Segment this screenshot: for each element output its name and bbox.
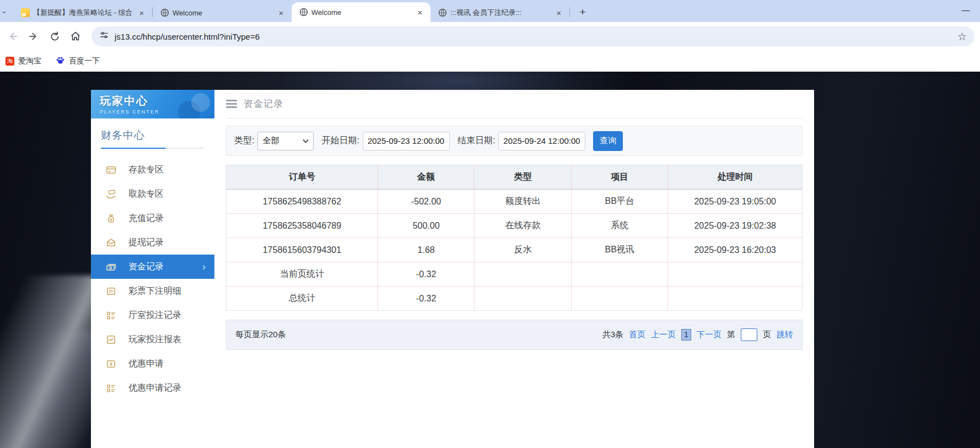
cell-amount: 1.68: [378, 238, 475, 262]
sidebar-item-funds-records[interactable]: 资金记录 ›: [91, 255, 214, 279]
sidebar-item-withdraw-zone[interactable]: 取款专区: [91, 182, 214, 206]
site-settings-icon[interactable]: [99, 30, 109, 42]
table-row: 1758615603794301 1.68 反水 BB视讯 2025-09-23…: [227, 238, 803, 262]
sidebar-item-player-bet-report[interactable]: 玩家投注报表: [91, 327, 214, 352]
tab-close-icon[interactable]: ×: [276, 8, 286, 18]
bookmark-star-icon[interactable]: ☆: [957, 30, 967, 43]
first-page-link[interactable]: 首页: [629, 330, 645, 340]
cell-order-no: 1758625498388762: [227, 190, 378, 214]
bookmarks-bar: 淘 爱淘宝 百度一下: [0, 51, 980, 72]
tab-close-icon[interactable]: ×: [554, 8, 564, 18]
sidebar-menu: 存款专区 取款专区 充值记录 提现记录 资金记录 ›: [91, 158, 214, 400]
tab-title: Welcome: [311, 8, 412, 17]
home-button[interactable]: [66, 27, 85, 46]
sidebar-item-promo-apply-records[interactable]: 优惠申请记录: [91, 376, 214, 400]
finance-center-heading: 财务中心: [101, 128, 204, 148]
search-button[interactable]: 查询: [593, 131, 623, 151]
back-button[interactable]: [3, 27, 22, 46]
cell-type: 在线存款: [475, 214, 572, 238]
sidebar: 玩家中心 PLAYERS CENTER 财务中心 存款专区 取款专区 充值记录: [91, 90, 214, 448]
bookmark-baidu[interactable]: 百度一下: [56, 56, 100, 67]
browser-tab-2[interactable]: Welcome ×: [153, 3, 292, 22]
sidebar-item-label: 取款专区: [128, 188, 164, 200]
start-date-input[interactable]: [363, 132, 450, 150]
page-title: 资金记录: [244, 98, 283, 110]
bookmark-label: 爱淘宝: [18, 56, 41, 66]
col-header-project: 项目: [571, 165, 668, 190]
cell-amount: 500.00: [378, 214, 475, 238]
section-underline: [101, 148, 204, 149]
cell-process-time: 2025-09-23 19:05:00: [668, 190, 803, 214]
cell-amount: -0.32: [378, 287, 475, 311]
end-date-label: 结束日期:: [457, 135, 495, 147]
col-header-type: 类型: [475, 165, 572, 190]
tab-title: Welcome: [173, 9, 273, 17]
jump-button[interactable]: 跳转: [777, 330, 793, 340]
cell-label: 总统计: [227, 287, 378, 311]
table-row-grand-total: 总统计 -0.32: [227, 287, 803, 311]
sidebar-item-withdrawal-records[interactable]: 提现记录: [91, 230, 214, 255]
next-page-link[interactable]: 下一页: [697, 330, 721, 340]
deposit-card-icon: [105, 164, 116, 175]
col-header-amount: 金额: [378, 165, 475, 190]
tab-close-icon[interactable]: ×: [137, 8, 147, 18]
window-edge-fragment: ⌄: [1, 7, 7, 15]
main-content: 资金记录 类型: 全部 开始日期: 结束日期: 查询 订单号: [214, 90, 814, 448]
type-label: 类型:: [234, 135, 254, 147]
page-header: 资金记录: [226, 90, 803, 118]
lottery-detail-icon: [105, 285, 116, 296]
table-row-page-total: 当前页统计 -0.32: [227, 262, 803, 287]
promo-record-list-icon: [105, 382, 116, 393]
type-select-value: 全部: [262, 136, 279, 146]
taobao-icon: 淘: [6, 57, 14, 66]
tab-close-icon[interactable]: ×: [415, 7, 425, 17]
sidebar-item-lottery-bet-details[interactable]: 彩票下注明细: [91, 279, 214, 303]
sidebar-item-label: 资金记录: [128, 261, 164, 273]
type-select[interactable]: 全部: [257, 132, 314, 150]
sidebar-item-label: 提现记录: [128, 237, 164, 249]
baidu-paw-icon: [56, 56, 65, 67]
cell-empty: [571, 287, 668, 311]
cell-order-no: 1758615603794301: [227, 238, 378, 262]
end-date-input[interactable]: [498, 132, 585, 150]
page-size-text: 每页显示20条: [235, 330, 286, 340]
url-text[interactable]: js13.cc/hhcp/usercenter.html?iniType=6: [115, 32, 957, 41]
sidebar-item-hall-bet-records[interactable]: 厅室投注记录: [91, 303, 214, 327]
cell-type: 反水: [475, 238, 572, 262]
tab-divider: [569, 7, 570, 17]
total-count-text: 共3条: [602, 330, 623, 340]
sidebar-item-label: 优惠申请记录: [128, 382, 181, 394]
start-date-label: 开始日期:: [321, 135, 359, 147]
cell-empty: [475, 262, 572, 287]
menu-hamburger-icon[interactable]: [226, 100, 237, 108]
jump-page-input[interactable]: [741, 328, 757, 341]
cell-project: BB平台: [571, 190, 668, 214]
funds-cash-icon: [105, 261, 116, 272]
browser-tab-4[interactable]: :::视讯 会员下注纪录::: ×: [430, 3, 569, 22]
sidebar-item-label: 厅室投注记录: [128, 310, 181, 321]
sidebar-item-promo-apply[interactable]: 优惠申请: [91, 352, 214, 376]
globe-favicon-icon: [299, 8, 308, 17]
cell-project: BB视讯: [571, 238, 668, 262]
money-bag-icon: [105, 213, 116, 224]
sidebar-item-recharge-records[interactable]: 充值记录: [91, 206, 214, 230]
sidebar-item-label: 彩票下注明细: [128, 285, 181, 297]
address-bar[interactable]: js13.cc/hhcp/usercenter.html?iniType=6 ☆: [91, 26, 974, 46]
browser-tab-1[interactable]: 【新提醒】海燕策略论坛 - 综合 ×: [13, 3, 152, 22]
cell-empty: [475, 287, 572, 311]
chevron-right-icon: ›: [202, 261, 206, 273]
new-tab-button[interactable]: +: [575, 5, 590, 19]
cell-amount: -502.00: [378, 190, 475, 214]
window-minimize-button[interactable]: —: [961, 6, 970, 14]
prev-page-link[interactable]: 上一页: [651, 330, 676, 340]
globe-favicon-icon: [160, 8, 169, 17]
bet-report-chart-icon: [105, 334, 116, 345]
reload-button[interactable]: [45, 27, 64, 46]
forward-button[interactable]: [24, 27, 43, 46]
jump-prefix-label: 第: [727, 330, 735, 340]
bookmark-label: 百度一下: [69, 56, 100, 66]
sidebar-item-deposit-zone[interactable]: 存款专区: [91, 158, 214, 182]
browser-tab-3-active[interactable]: Welcome ×: [292, 2, 430, 22]
forum-favicon-icon: [21, 8, 30, 17]
bookmark-aitaobao[interactable]: 淘 爱淘宝: [6, 56, 41, 66]
